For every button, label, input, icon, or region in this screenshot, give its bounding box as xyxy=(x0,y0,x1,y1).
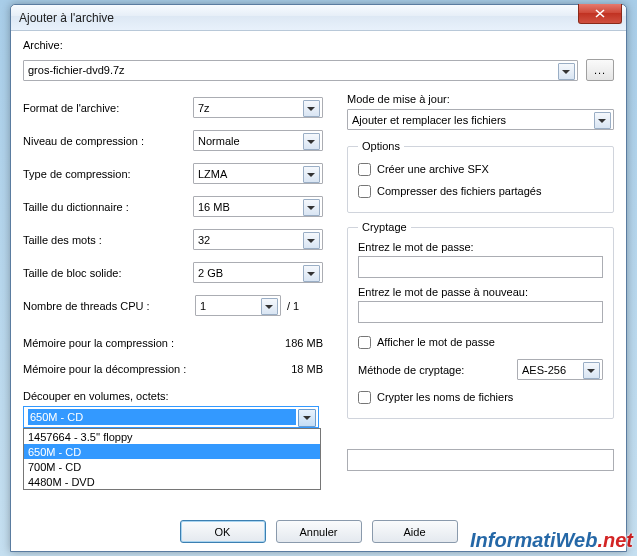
split-option[interactable]: 700M - CD xyxy=(24,459,320,474)
close-button[interactable] xyxy=(578,4,622,24)
split-option[interactable]: 4480M - DVD xyxy=(24,474,320,489)
format-label: Format de l'archive: xyxy=(23,102,193,114)
update-mode-label: Mode de mise à jour: xyxy=(347,93,614,105)
split-selected: 650M - CD xyxy=(28,409,296,425)
left-column: Format de l'archive: 7z Niveau de compre… xyxy=(23,91,323,510)
browse-button[interactable]: ... xyxy=(586,59,614,81)
word-label: Taille des mots : xyxy=(23,234,193,246)
block-label: Taille de bloc solide: xyxy=(23,267,193,279)
show-password-label: Afficher le mot de passe xyxy=(377,336,495,348)
password2-label: Entrez le mot de passe à nouveau: xyxy=(358,286,603,298)
dialog-window: Ajouter à l'archive Archive: gros-fichie… xyxy=(10,4,627,552)
encryption-legend: Cryptage xyxy=(358,221,411,233)
split-label: Découper en volumes, octets: xyxy=(23,390,323,402)
mem-comp-label: Mémoire pour la compression : xyxy=(23,337,174,349)
mem-comp-value: 186 MB xyxy=(285,337,323,349)
dict-label: Taille du dictionnaire : xyxy=(23,201,193,213)
split-volumes-combo[interactable]: 650M - CD 1457664 - 3.5'' floppy 650M - … xyxy=(23,406,319,428)
shared-label: Compresser des fichiers partagés xyxy=(377,185,541,197)
method-label: Type de compression: xyxy=(23,168,193,180)
ok-button[interactable]: OK xyxy=(180,520,266,543)
cancel-button[interactable]: Annuler xyxy=(276,520,362,543)
watermark: InformatiWeb.net xyxy=(470,529,633,552)
split-option[interactable]: 650M - CD xyxy=(24,444,320,459)
parameters-input[interactable] xyxy=(347,449,614,471)
threads-max: / 1 xyxy=(281,300,323,312)
right-column: Mode de mise à jour: Ajouter et remplace… xyxy=(347,91,614,510)
threads-select[interactable]: 1 xyxy=(195,295,281,316)
encryption-group: Cryptage Entrez le mot de passe: Entrez … xyxy=(347,221,614,419)
sfx-label: Créer une archive SFX xyxy=(377,163,489,175)
client-area: Archive: gros-fichier-dvd9.7z ... Format… xyxy=(11,31,626,551)
help-button[interactable]: Aide xyxy=(372,520,458,543)
password-label: Entrez le mot de passe: xyxy=(358,241,603,253)
method-select[interactable]: LZMA xyxy=(193,163,323,184)
password-input[interactable] xyxy=(358,256,603,278)
block-select[interactable]: 2 GB xyxy=(193,262,323,283)
encrypt-names-label: Crypter les noms de fichiers xyxy=(377,391,513,403)
threads-label: Nombre de threads CPU : xyxy=(23,300,195,312)
format-select[interactable]: 7z xyxy=(193,97,323,118)
shared-checkbox[interactable] xyxy=(358,185,371,198)
sfx-checkbox[interactable] xyxy=(358,163,371,176)
dict-select[interactable]: 16 MB xyxy=(193,196,323,217)
options-legend: Options xyxy=(358,140,404,152)
split-dropdown-list: 1457664 - 3.5'' floppy 650M - CD 700M - … xyxy=(23,428,321,490)
window-title: Ajouter à l'archive xyxy=(19,11,114,25)
mem-decomp-label: Mémoire pour la décompression : xyxy=(23,363,186,375)
enc-method-label: Méthode de cryptage: xyxy=(358,364,509,376)
level-select[interactable]: Normale xyxy=(193,130,323,151)
archive-path-select[interactable]: gros-fichier-dvd9.7z xyxy=(23,60,578,81)
password2-input[interactable] xyxy=(358,301,603,323)
archive-label: Archive: xyxy=(23,39,63,51)
update-mode-select[interactable]: Ajouter et remplacer les fichiers xyxy=(347,109,614,130)
options-group: Options Créer une archive SFX Compresser… xyxy=(347,140,614,213)
show-password-checkbox[interactable] xyxy=(358,336,371,349)
level-label: Niveau de compression : xyxy=(23,135,193,147)
titlebar[interactable]: Ajouter à l'archive xyxy=(11,5,626,31)
mem-decomp-value: 18 MB xyxy=(291,363,323,375)
split-option[interactable]: 1457664 - 3.5'' floppy xyxy=(24,429,320,444)
word-select[interactable]: 32 xyxy=(193,229,323,250)
encrypt-names-checkbox[interactable] xyxy=(358,391,371,404)
enc-method-select[interactable]: AES-256 xyxy=(517,359,603,380)
